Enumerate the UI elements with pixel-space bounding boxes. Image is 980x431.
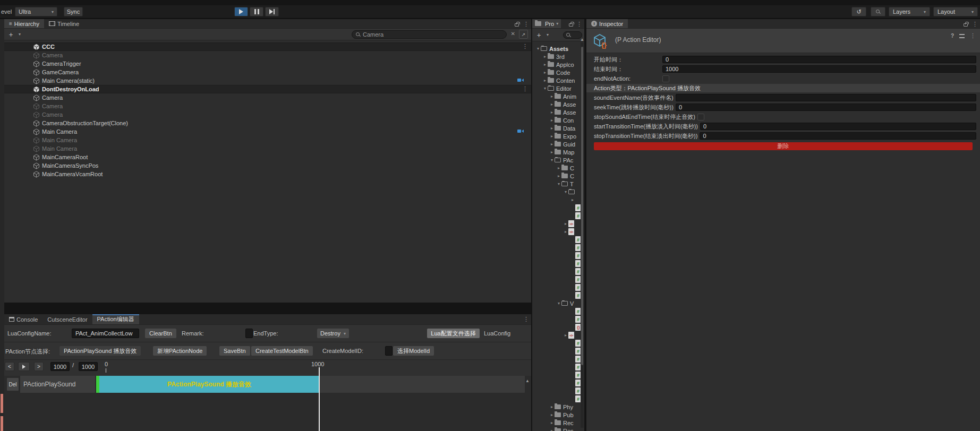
create-model-id-input[interactable] <box>385 346 393 356</box>
scroll-up-icon[interactable]: ▲ <box>580 37 584 42</box>
scrollbar-thumb[interactable] <box>581 47 583 365</box>
hierarchy-row[interactable]: MainCameraVcamRoot ⋮ <box>4 170 531 178</box>
project-tree-row[interactable] <box>532 196 584 204</box>
search-button[interactable] <box>871 7 885 16</box>
foldout-arrow-icon[interactable] <box>563 189 568 194</box>
project-tree-row[interactable] <box>532 379 584 387</box>
project-tree-row[interactable]: Asse <box>532 100 584 108</box>
foldout-arrow-icon[interactable] <box>549 134 555 139</box>
hierarchy-row[interactable]: MainCameraRoot ⋮ <box>4 153 531 161</box>
project-tree-row[interactable] <box>532 268 584 275</box>
kebab-menu-icon[interactable]: ⋮ <box>523 316 529 322</box>
project-tree-row[interactable]: Data <box>532 124 584 132</box>
project-tree-row[interactable] <box>532 363 584 371</box>
layout-dropdown[interactable]: Layout ▾ <box>933 7 978 16</box>
tab-timeline[interactable]: Timeline <box>44 19 84 28</box>
foldout-arrow-icon[interactable] <box>549 94 555 99</box>
hierarchy-row[interactable]: CCC ⋮ <box>4 42 531 51</box>
tab-hierarchy[interactable]: ≡ Hierarchy <box>4 19 44 28</box>
project-tree-row[interactable]: PAc <box>532 156 584 164</box>
clear-button[interactable]: ClearBtn <box>144 328 177 339</box>
play-button[interactable] <box>234 7 248 16</box>
hierarchy-row[interactable]: Camera ⋮ <box>4 110 531 119</box>
hierarchy-row[interactable]: GameCamera ⋮ <box>4 68 531 76</box>
delete-button[interactable]: 删除 <box>594 142 973 150</box>
kebab-menu-icon[interactable]: ⋮ <box>972 21 978 27</box>
stop-sound-checkbox[interactable] <box>697 114 704 120</box>
create-test-model-button[interactable]: CreateTestModelBtn <box>251 346 313 356</box>
foldout-arrow-icon[interactable] <box>549 420 555 425</box>
project-tree-row[interactable]: Expo <box>532 132 584 140</box>
foldout-arrow-icon[interactable] <box>556 166 561 170</box>
timeline-clip-bar[interactable]: PActionPlaySound 播放音效 <box>96 376 319 393</box>
tab-cutscene-editor[interactable]: CutsceneEditor <box>42 314 92 324</box>
project-tree-row[interactable]: Assets <box>532 45 584 53</box>
kebab-menu-icon[interactable]: ⋮ <box>523 21 529 27</box>
project-tree-row[interactable] <box>532 371 584 379</box>
hierarchy-row[interactable]: CameraTrigger ⋮ <box>4 59 531 68</box>
project-tree-row[interactable] <box>532 212 584 220</box>
layers-dropdown[interactable]: Layers ▾ <box>889 7 930 16</box>
project-tree-row[interactable]: Map <box>532 148 584 156</box>
foldout-arrow-icon[interactable] <box>549 102 555 107</box>
lua-config-name-input[interactable]: PAct_AnimCollectLow <box>72 329 139 338</box>
project-tree-row[interactable] <box>532 395 584 403</box>
project-tree-row[interactable]: Asse <box>532 108 584 116</box>
foldout-arrow-icon[interactable] <box>563 333 568 338</box>
project-scrollbar[interactable]: ▲ <box>581 42 584 428</box>
timeline-play-button[interactable] <box>18 362 30 371</box>
project-tree-row[interactable] <box>532 204 584 212</box>
foldout-arrow-icon[interactable] <box>556 182 561 186</box>
project-tree-row[interactable] <box>532 228 584 236</box>
project-tree-row[interactable] <box>532 275 584 283</box>
search-popout-icon[interactable]: ↗ <box>519 30 528 39</box>
delete-row-button[interactable]: Del <box>6 377 19 391</box>
camera-badge-icon[interactable] <box>517 128 524 134</box>
current-time-input[interactable]: 1000 <box>50 362 70 371</box>
foldout-arrow-icon[interactable] <box>535 46 541 51</box>
project-tree-row[interactable]: C <box>532 172 584 180</box>
start-time-input[interactable]: 0 <box>662 56 976 63</box>
help-icon[interactable]: ? <box>951 33 954 39</box>
foldout-arrow-icon[interactable] <box>542 62 548 67</box>
foldout-arrow-icon[interactable] <box>549 110 555 115</box>
lua-file-select-button[interactable]: Lua配置文件选择 <box>427 328 480 339</box>
project-tree-row[interactable] <box>532 252 584 260</box>
scroll-up-icon[interactable]: ▲ <box>525 378 530 383</box>
project-tree-row[interactable]: Applco <box>532 61 584 68</box>
pause-button[interactable] <box>250 7 263 16</box>
project-tree-row[interactable] <box>532 355 584 363</box>
foldout-arrow-icon[interactable] <box>549 158 555 162</box>
project-tree-row[interactable] <box>532 291 584 299</box>
project-tree-row[interactable]: Conten <box>532 76 584 84</box>
project-tree-row[interactable]: Guid <box>532 140 584 148</box>
create-object-button[interactable]: ＋ ▾ <box>7 30 21 39</box>
project-tree-row[interactable] <box>532 347 584 355</box>
tab-paction-editor[interactable]: PAction编辑器 <box>92 314 139 324</box>
history-button[interactable]: ↺ <box>851 7 866 16</box>
lock-icon[interactable] <box>964 23 968 27</box>
project-tree-row[interactable] <box>532 387 584 395</box>
foldout-arrow-icon[interactable] <box>549 412 555 417</box>
sync-button[interactable]: Sync <box>64 7 83 16</box>
hierarchy-row[interactable]: Main Camera ⋮ <box>4 127 531 136</box>
project-tree-row[interactable]: Anim <box>532 92 584 100</box>
project-tree-row[interactable] <box>532 236 584 244</box>
timeline-playhead[interactable] <box>319 367 320 431</box>
foldout-arrow-icon[interactable] <box>542 54 548 59</box>
camera-badge-icon[interactable] <box>517 77 524 83</box>
hierarchy-row[interactable]: MainCameraSyncPos ⋮ <box>4 161 531 170</box>
project-tree-row[interactable]: V <box>532 299 584 307</box>
next-frame-button[interactable]: > <box>34 362 44 371</box>
project-tree-row[interactable]: Editor <box>532 84 584 92</box>
end-not-action-checkbox[interactable] <box>662 75 669 82</box>
project-tree-row[interactable]: 3rd <box>532 53 584 61</box>
project-tree-row[interactable] <box>532 323 584 331</box>
foldout-arrow-icon[interactable] <box>542 78 548 83</box>
project-tree-row[interactable] <box>532 307 584 315</box>
foldout-arrow-icon[interactable] <box>549 428 555 431</box>
total-time-input[interactable]: 1000 <box>79 362 98 371</box>
foldout-arrow-icon[interactable] <box>542 70 548 75</box>
hierarchy-row[interactable]: CameraObstructionTarget(Clone) ⋮ <box>4 119 531 127</box>
hierarchy-row[interactable]: DontDestroyOnLoad ⋮ <box>4 85 531 93</box>
